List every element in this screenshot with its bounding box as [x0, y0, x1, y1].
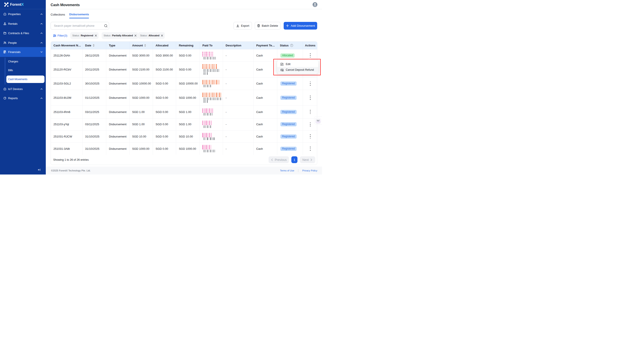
svg-text:$: $ [5, 52, 6, 53]
